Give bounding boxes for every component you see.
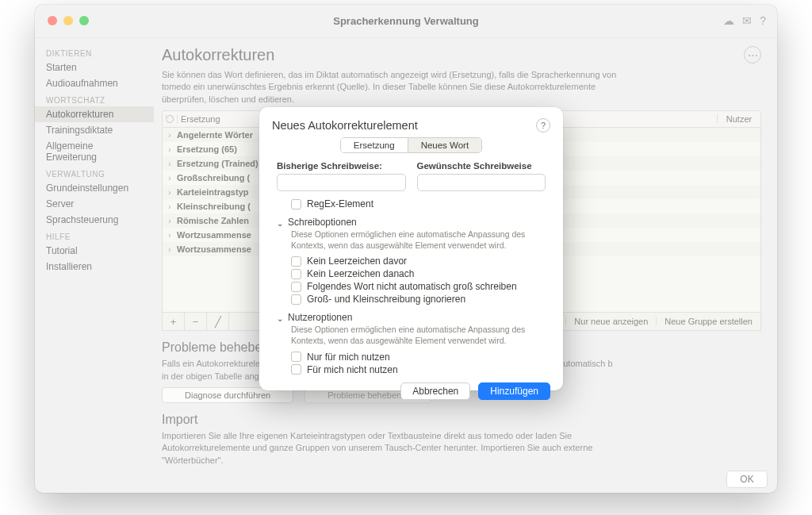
regex-checkbox[interactable] (291, 199, 301, 209)
no-space-before-label: Kein Leerzeichen davor (307, 256, 407, 267)
no-space-after-checkbox[interactable] (291, 269, 301, 279)
not-me-checkbox[interactable] (291, 364, 301, 375)
chevron-down-icon: ⌄ (277, 314, 283, 323)
dialog-help-icon[interactable]: ? (536, 118, 550, 133)
user-options-label: Nutzeroptionen (288, 312, 352, 323)
tab-neues-wort[interactable]: Neues Wort (408, 138, 482, 152)
no-cap-next-checkbox[interactable] (291, 282, 301, 292)
write-options-hint: Diese Optionen ermöglichen eine automati… (291, 229, 546, 251)
dialog-tabs: Ersetzung Neues Wort (340, 137, 482, 153)
ignore-case-label: Groß- und Kleinschreibung ignorieren (307, 294, 465, 305)
user-options-disclosure[interactable]: ⌄ Nutzeroptionen (277, 312, 546, 323)
old-spelling-label: Bisherige Schreibweise: (277, 161, 406, 171)
chevron-down-icon: ⌄ (277, 219, 283, 228)
dialog-title: Neues Autokorrekturelement (272, 119, 418, 132)
not-me-label: Für mich nicht nutzen (307, 364, 398, 375)
old-spelling-input[interactable] (277, 174, 406, 191)
new-autocorrect-dialog: Neues Autokorrekturelement ? Ersetzung N… (259, 107, 563, 390)
regex-label: RegEx-Element (307, 198, 373, 209)
no-cap-next-label: Folgendes Wort nicht automatisch groß sc… (307, 281, 517, 292)
write-options-label: Schreiboptionen (288, 217, 357, 228)
user-options-hint: Diese Optionen ermöglichen eine automati… (291, 325, 546, 346)
add-button[interactable]: Hinzufügen (478, 382, 550, 400)
tab-ersetzung[interactable]: Ersetzung (341, 138, 408, 152)
new-spelling-label: Gewünschte Schreibweise (417, 161, 546, 171)
only-me-label: Nur für mich nutzen (307, 352, 390, 363)
ignore-case-checkbox[interactable] (291, 294, 301, 305)
write-options-disclosure[interactable]: ⌄ Schreiboptionen (277, 217, 546, 228)
cancel-button[interactable]: Abbrechen (400, 382, 470, 400)
no-space-before-checkbox[interactable] (291, 256, 301, 267)
new-spelling-input[interactable] (417, 174, 546, 191)
no-space-after-label: Kein Leerzeichen danach (307, 268, 414, 279)
only-me-checkbox[interactable] (291, 352, 301, 362)
